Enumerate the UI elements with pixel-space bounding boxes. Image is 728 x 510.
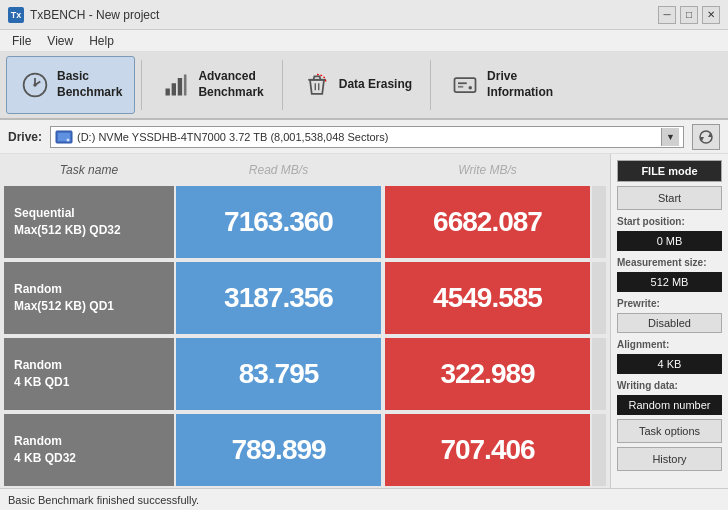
tab-drive-information[interactable]: DriveInformation bbox=[437, 56, 565, 114]
drive-row: Drive: (D:) NVMe YSSDHB-4TN7000 3.72 TB … bbox=[0, 120, 728, 154]
benchmark-area: Task name Read MB/s Write MB/s Sequentia… bbox=[0, 154, 610, 488]
svg-point-15 bbox=[67, 138, 70, 141]
start-button[interactable]: Start bbox=[617, 186, 722, 210]
writing-data-value: Random number bbox=[617, 395, 722, 415]
row-4-name: Random4 KB QD32 bbox=[4, 414, 174, 486]
col-header-write: Write MB/s bbox=[383, 163, 592, 177]
svg-rect-5 bbox=[184, 75, 187, 96]
table-row: Random4 KB QD32 789.899 707.406 bbox=[4, 414, 606, 486]
row-3-name: Random4 KB QD1 bbox=[4, 338, 174, 410]
drive-dropdown-arrow[interactable]: ▼ bbox=[661, 128, 679, 146]
menu-view[interactable]: View bbox=[39, 32, 81, 50]
drive-information-label: DriveInformation bbox=[487, 69, 553, 100]
drive-information-icon bbox=[449, 69, 481, 101]
app-icon: Tx bbox=[8, 7, 24, 23]
col-header-name: Task name bbox=[4, 163, 174, 177]
menu-file[interactable]: File bbox=[4, 32, 39, 50]
toolbar-sep-2 bbox=[282, 60, 283, 110]
svg-rect-12 bbox=[458, 86, 463, 88]
right-panel: FILE mode Start Start position: 0 MB Mea… bbox=[610, 154, 728, 488]
row-4-read: 789.899 bbox=[176, 414, 381, 486]
row-1-write: 6682.087 bbox=[385, 186, 590, 258]
statusbar: Basic Benchmark finished successfully. bbox=[0, 488, 728, 510]
row-1-read: 7163.360 bbox=[176, 186, 381, 258]
titlebar: Tx TxBENCH - New project ─ □ ✕ bbox=[0, 0, 728, 30]
svg-rect-2 bbox=[166, 89, 170, 96]
row-1-name: SequentialMax(512 KB) QD32 bbox=[4, 186, 174, 258]
status-text: Basic Benchmark finished successfully. bbox=[8, 494, 199, 506]
maximize-button[interactable]: □ bbox=[680, 6, 698, 24]
table-header: Task name Read MB/s Write MB/s bbox=[4, 158, 606, 182]
main-area: Task name Read MB/s Write MB/s Sequentia… bbox=[0, 154, 728, 488]
row-2-write: 4549.585 bbox=[385, 262, 590, 334]
row-2-name: RandomMax(512 KB) QD1 bbox=[4, 262, 174, 334]
drive-select[interactable]: (D:) NVMe YSSDHB-4TN7000 3.72 TB (8,001,… bbox=[50, 126, 684, 148]
basic-benchmark-label: BasicBenchmark bbox=[57, 69, 122, 100]
scrollbar[interactable] bbox=[592, 186, 606, 258]
tab-advanced-benchmark[interactable]: AdvancedBenchmark bbox=[148, 56, 275, 114]
drive-value: (D:) NVMe YSSDHB-4TN7000 3.72 TB (8,001,… bbox=[77, 131, 661, 143]
task-options-button[interactable]: Task options bbox=[617, 419, 722, 443]
tab-data-erasing[interactable]: Data Erasing bbox=[289, 56, 424, 114]
file-mode-button[interactable]: FILE mode bbox=[617, 160, 722, 182]
drive-refresh-button[interactable] bbox=[692, 124, 720, 150]
history-button[interactable]: History bbox=[617, 447, 722, 471]
scrollbar[interactable] bbox=[592, 338, 606, 410]
toolbar-sep-3 bbox=[430, 60, 431, 110]
svg-point-1 bbox=[33, 83, 37, 87]
menu-help[interactable]: Help bbox=[81, 32, 122, 50]
advanced-benchmark-icon bbox=[160, 69, 192, 101]
window-controls: ─ □ ✕ bbox=[658, 6, 720, 24]
alignment-value: 4 KB bbox=[617, 354, 722, 374]
window-title: TxBENCH - New project bbox=[30, 8, 159, 22]
start-position-label: Start position: bbox=[617, 216, 722, 227]
alignment-label: Alignment: bbox=[617, 339, 722, 350]
row-3-write: 322.989 bbox=[385, 338, 590, 410]
minimize-button[interactable]: ─ bbox=[658, 6, 676, 24]
svg-rect-11 bbox=[458, 82, 467, 84]
scrollbar[interactable] bbox=[592, 414, 606, 486]
row-2-read: 3187.356 bbox=[176, 262, 381, 334]
close-button[interactable]: ✕ bbox=[702, 6, 720, 24]
row-4-write: 707.406 bbox=[385, 414, 590, 486]
svg-rect-4 bbox=[178, 78, 182, 96]
prewrite-label: Prewrite: bbox=[617, 298, 722, 309]
table-row: RandomMax(512 KB) QD1 3187.356 4549.585 bbox=[4, 262, 606, 334]
toolbar: BasicBenchmark AdvancedBenchmark bbox=[0, 52, 728, 120]
drive-label: Drive: bbox=[8, 130, 42, 144]
basic-benchmark-icon bbox=[19, 69, 51, 101]
table-row: SequentialMax(512 KB) QD32 7163.360 6682… bbox=[4, 186, 606, 258]
start-position-value: 0 MB bbox=[617, 231, 722, 251]
tab-basic-benchmark[interactable]: BasicBenchmark bbox=[6, 56, 135, 114]
advanced-benchmark-label: AdvancedBenchmark bbox=[198, 69, 263, 100]
menubar: File View Help bbox=[0, 30, 728, 52]
measurement-size-label: Measurement size: bbox=[617, 257, 722, 268]
writing-data-label: Writing data: bbox=[617, 380, 722, 391]
toolbar-sep-1 bbox=[141, 60, 142, 110]
data-erasing-label: Data Erasing bbox=[339, 77, 412, 93]
data-erasing-icon bbox=[301, 69, 333, 101]
measurement-size-value: 512 MB bbox=[617, 272, 722, 292]
svg-rect-3 bbox=[172, 83, 176, 95]
scrollbar[interactable] bbox=[592, 262, 606, 334]
col-header-read: Read MB/s bbox=[174, 163, 383, 177]
table-row: Random4 KB QD1 83.795 322.989 bbox=[4, 338, 606, 410]
prewrite-value: Disabled bbox=[617, 313, 722, 333]
svg-point-10 bbox=[469, 86, 473, 90]
row-3-read: 83.795 bbox=[176, 338, 381, 410]
